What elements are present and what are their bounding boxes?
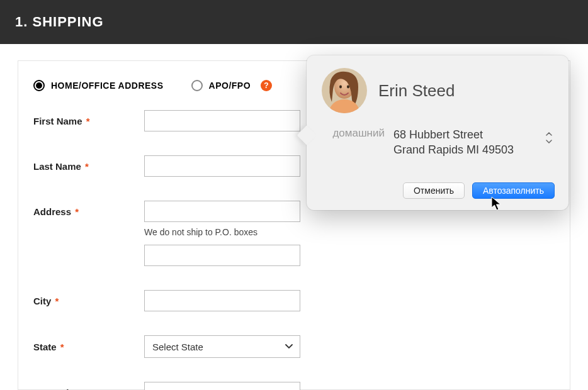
autofill-address-row[interactable]: домашний 68 Hubbert Street Grand Rapids …: [322, 127, 555, 158]
address2-input[interactable]: [144, 245, 300, 266]
radio-dot-icon: [33, 80, 45, 91]
city-input[interactable]: [144, 290, 300, 311]
shipping-section-header: 1. SHIPPING: [0, 0, 588, 44]
cancel-button[interactable]: Отменить: [403, 182, 465, 199]
field-address2: [33, 245, 551, 266]
zip-label: ZIP Code *: [33, 387, 144, 391]
contact-name: Erin Steed: [378, 81, 455, 101]
state-label: State *: [33, 342, 144, 352]
address-stepper[interactable]: [546, 132, 552, 143]
field-zip: ZIP Code *: [33, 382, 551, 390]
contact-row: Erin Steed: [322, 68, 555, 113]
zip-input[interactable]: [144, 382, 300, 390]
popover-buttons: Отменить Автозаполнить: [403, 182, 555, 199]
last-name-label: Last Name *: [33, 161, 144, 172]
first-name-label: First Name *: [33, 116, 144, 126]
field-city: City *: [33, 290, 551, 311]
field-state: State * Select State: [33, 335, 551, 358]
header-title: 1. SHIPPING: [15, 14, 104, 30]
svg-point-3: [347, 86, 349, 89]
address-hint: We do not ship to P.O. boxes: [144, 227, 551, 237]
city-label: City *: [33, 296, 144, 306]
autofill-popover: Erin Steed домашний 68 Hubbert Street Gr…: [307, 55, 568, 210]
address-label: Address *: [33, 206, 144, 217]
address-lines: 68 Hubbert Street Grand Rapids MI 49503: [393, 127, 514, 158]
address-type-label: домашний: [322, 127, 385, 140]
chevron-up-icon: [546, 132, 552, 136]
chevron-down-icon: [546, 140, 552, 143]
state-select[interactable]: Select State: [144, 335, 300, 358]
radio-home-office[interactable]: HOME/OFFICE ADDRESS: [33, 80, 164, 91]
help-icon[interactable]: ?: [261, 80, 272, 91]
address-line2: Grand Rapids MI 49503: [393, 142, 514, 157]
avatar: [322, 68, 367, 113]
first-name-input[interactable]: [144, 110, 300, 131]
radio-apo-fpo-label: APO/FPO: [209, 81, 251, 91]
autofill-button[interactable]: Автозаполнить: [472, 182, 555, 199]
radio-home-office-label: HOME/OFFICE ADDRESS: [51, 81, 164, 91]
radio-apo-fpo[interactable]: APO/FPO: [191, 80, 251, 91]
address-input[interactable]: [144, 201, 300, 222]
last-name-input[interactable]: [144, 155, 300, 177]
svg-point-2: [339, 86, 342, 89]
address-line1: 68 Hubbert Street: [393, 127, 514, 142]
radio-dot-icon: [191, 80, 203, 91]
